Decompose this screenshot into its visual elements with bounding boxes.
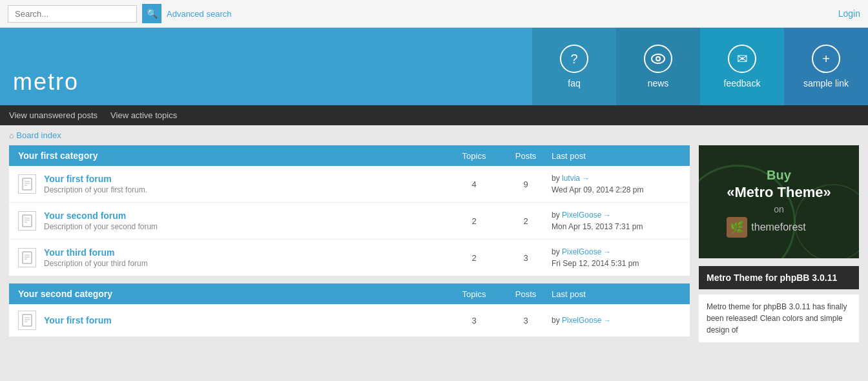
arrow-icon: →	[604, 248, 611, 256]
forum-posts: 3	[500, 316, 552, 325]
login-link[interactable]: Login	[838, 8, 860, 19]
category-2-lastpost-col: Last post	[552, 289, 681, 299]
forum-icon	[18, 311, 36, 330]
svg-point-2	[657, 57, 659, 60]
lastpost-date: Fri Sep 12, 2014 5:31 pm	[552, 259, 639, 268]
metro-theme-box: Metro Theme for phpBB 3.0.11	[699, 266, 859, 289]
faq-icon: ?	[560, 45, 588, 73]
forum-name-link[interactable]: Your third forum	[44, 247, 114, 258]
feedback-label: feedback	[724, 78, 761, 88]
forum-icon	[18, 248, 36, 267]
forum-posts: 3	[500, 253, 552, 263]
sample-link-tile[interactable]: + sample link	[784, 28, 868, 105]
forum-lastpost: by PixelGoose →	[552, 314, 681, 326]
category-2-posts-col: Posts	[500, 289, 552, 299]
board-index-link[interactable]: Board index	[16, 130, 61, 140]
category-1-lastpost-col: Last post	[552, 151, 681, 161]
forum-name-link[interactable]: Your first forum	[44, 315, 112, 325]
nav-bar: View unanswered posts View active topics	[0, 105, 868, 125]
category-1-header: Your first category Topics Posts Last po…	[9, 145, 690, 166]
themeforest-label: themeforest	[751, 221, 805, 233]
ad-on: on	[727, 204, 831, 214]
search-icon: 🔍	[147, 8, 158, 19]
forum-info: Your third forum Description of your thi…	[44, 247, 448, 268]
advanced-search-link[interactable]: Advanced search	[167, 9, 231, 19]
forum-info: Your first forum	[44, 315, 448, 325]
category-2-title: Your second category	[18, 289, 448, 299]
forum-name-link[interactable]: Your second forum	[44, 211, 126, 221]
category-2-topics-col: Topics	[448, 289, 500, 299]
top-bar: 🔍 Advanced search Login	[0, 0, 868, 28]
lastpost-user-link[interactable]: PixelGoose	[562, 211, 601, 220]
news-label: news	[648, 78, 669, 88]
category-1-posts-col: Posts	[500, 151, 552, 161]
forum-info: Your second forum Description of your se…	[44, 211, 448, 231]
category-1-topics-col: Topics	[448, 151, 500, 161]
forum-topics: 2	[448, 216, 500, 226]
hero-brand: metro	[0, 28, 532, 105]
svg-rect-3	[23, 178, 32, 190]
category-1: Your first category Topics Posts Last po…	[9, 145, 690, 276]
forum-lastpost: by PixelGoose → Mon Apr 15, 2013 7:31 pm	[552, 209, 681, 232]
search-button[interactable]: 🔍	[142, 4, 161, 23]
faq-label: faq	[568, 78, 580, 88]
brand-title: metro	[13, 68, 79, 96]
faq-tile[interactable]: ? faq	[532, 28, 616, 105]
forum-desc: Description of your first forum.	[44, 185, 448, 194]
lastpost-user-link[interactable]: lutvia	[562, 174, 580, 183]
lastpost-user-link[interactable]: PixelGoose	[562, 247, 601, 256]
svg-rect-15	[23, 314, 32, 326]
search-area: 🔍 Advanced search	[8, 4, 231, 23]
forum-topics: 2	[448, 253, 500, 263]
feedback-icon: ✉	[728, 45, 756, 73]
forum-lastpost: by lutvia → Wed Apr 09, 2014 2:28 pm	[552, 172, 681, 196]
forum-row: Your second forum Description of your se…	[9, 203, 690, 240]
hero-tiles: ? faq news ✉ feedback + sample link	[532, 28, 868, 105]
search-input[interactable]	[8, 5, 137, 23]
forum-topics: 4	[448, 180, 500, 189]
arrow-icon: →	[604, 316, 611, 324]
lastpost-user-link[interactable]: PixelGoose	[562, 316, 601, 325]
svg-rect-7	[23, 215, 32, 227]
home-icon: ⌂	[9, 131, 14, 140]
metro-desc-box: Metro theme for phpBB 3.0.11 has finally…	[699, 294, 859, 342]
forum-topics: 3	[448, 316, 500, 325]
category-1-title: Your first category	[18, 150, 448, 161]
forum-info: Your first forum Description of your fir…	[44, 174, 448, 194]
category-2-header: Your second category Topics Posts Last p…	[9, 283, 690, 304]
ad-box[interactable]: Buy «Metro Theme» on 🌿 themeforest	[699, 145, 859, 258]
arrow-icon: →	[582, 174, 589, 182]
breadcrumb: ⌂ Board index	[0, 125, 868, 145]
nav-active-topics[interactable]: View active topics	[110, 110, 177, 120]
hero: metro ? faq news ✉ feedback + sample lin…	[0, 28, 868, 105]
lastpost-date: Mon Apr 15, 2013 7:31 pm	[552, 222, 643, 231]
news-icon	[644, 45, 672, 73]
forum-posts: 9	[500, 180, 552, 189]
sample-link-icon: +	[812, 45, 840, 73]
arrow-icon: →	[604, 211, 611, 219]
forum-lastpost: by PixelGoose → Fri Sep 12, 2014 5:31 pm	[552, 246, 681, 269]
news-tile[interactable]: news	[616, 28, 700, 105]
ad-metro: «Metro Theme»	[727, 184, 831, 201]
themeforest-icon: 🌿	[727, 217, 747, 238]
sidebar: Buy «Metro Theme» on 🌿 themeforest Metro…	[699, 145, 859, 344]
feedback-tile[interactable]: ✉ feedback	[700, 28, 784, 105]
ad-themeforest: 🌿 themeforest	[727, 217, 831, 238]
metro-desc-text: Metro theme for phpBB 3.0.11 has finally…	[707, 302, 847, 335]
forum-area: Your first category Topics Posts Last po…	[9, 145, 690, 344]
forum-icon	[18, 174, 36, 194]
lastpost-date: Wed Apr 09, 2014 2:28 pm	[552, 185, 644, 194]
category-2: Your second category Topics Posts Last p…	[9, 283, 690, 336]
forum-posts: 2	[500, 216, 552, 226]
sample-link-label: sample link	[803, 78, 849, 88]
ad-buy: Buy	[727, 166, 831, 184]
forum-desc: Description of your third forum	[44, 259, 448, 268]
metro-theme-title: Metro Theme for phpBB 3.0.11	[707, 273, 837, 283]
forum-row: Your first forum Description of your fir…	[9, 166, 690, 203]
nav-unanswered[interactable]: View unanswered posts	[9, 110, 98, 120]
forum-name-link[interactable]: Your first forum	[44, 174, 112, 184]
forum-row: Your first forum 3 3 by PixelGoose →	[9, 304, 690, 336]
forum-icon	[18, 211, 36, 231]
svg-rect-11	[23, 252, 32, 263]
forum-desc: Description of your second forum	[44, 222, 448, 231]
